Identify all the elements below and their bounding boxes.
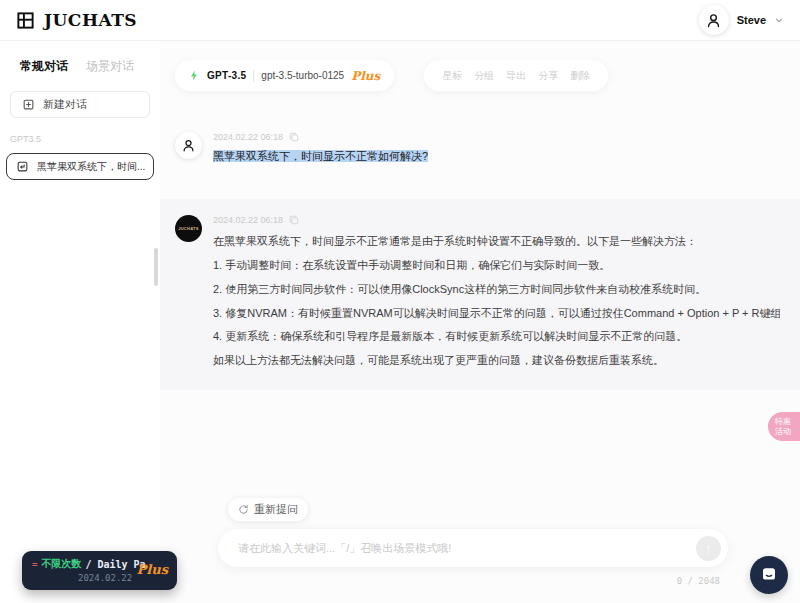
app-root: JUCHATS Steve 常规对话 场景对话: [0, 0, 800, 603]
message-input-bar: ↑: [218, 529, 728, 567]
assistant-message-text: 在黑苹果双系统下，时间显示不正常通常是由于系统时钟设置不正确导致的。以下是一些解…: [213, 234, 780, 368]
assistant-avatar-label: JUCHATS: [178, 226, 199, 231]
send-button[interactable]: ↑: [696, 536, 721, 561]
assistant-paragraph: 4. 更新系统：确保系统和引导程序是最新版本，有时候更新系统可以解决时间显示不正…: [213, 329, 780, 344]
model-variant: gpt-3.5-turbo-0125: [261, 70, 344, 81]
chat-bubble-icon: [16, 160, 29, 173]
user-message-avatar: [175, 132, 202, 159]
conversation-actions: 星标 分组 导出 分享 删除: [424, 60, 608, 91]
assistant-paragraph: 如果以上方法都无法解决问题，可能是系统出现了更严重的问题，建议备份数据后重装系统…: [213, 353, 780, 368]
promo-label: 特惠活动: [775, 417, 793, 437]
chat-item-title: 黑苹果双系统下，时间...: [37, 160, 145, 174]
message-input[interactable]: [238, 542, 696, 554]
user-name: Steve: [737, 14, 766, 26]
grid-logo-icon: [16, 11, 35, 30]
assistant-paragraph: 2. 使用第三方时间同步软件：可以使用像ClockSync这样的第三方时间同步软…: [213, 282, 780, 297]
support-chat-button[interactable]: [750, 556, 788, 594]
chat-widget-icon: [760, 566, 778, 584]
requery-label: 重新提问: [254, 502, 298, 517]
user-avatar[interactable]: [699, 5, 729, 35]
user-message-timestamp: 2024.02.22 06:18: [213, 132, 283, 142]
model-selector[interactable]: GPT-3.5 gpt-3.5-turbo-0125 Plus: [175, 60, 394, 91]
assistant-paragraph: 3. 修复NVRAM：有时候重置NVRAM可以解决时间显示不正常的问题，可以通过…: [213, 306, 780, 321]
plan-plus-badge: Plus: [137, 562, 168, 577]
plan-badge[interactable]: = 不限次数 / Daily Pa 2024.02.22 Plus: [22, 551, 177, 590]
promo-pill[interactable]: 特惠活动: [768, 412, 800, 441]
sidebar-tabs: 常规对话 场景对话: [0, 41, 160, 75]
chevron-down-icon[interactable]: [774, 15, 784, 25]
new-chat-button[interactable]: 新建对话: [10, 91, 150, 118]
main-area: GPT-3.5 gpt-3.5-turbo-0125 Plus 星标 分组 导出…: [160, 41, 800, 603]
char-count: 0 / 2048: [677, 576, 720, 586]
assistant-message: JUCHATS 2024.02.22 06:18 在黑苹果双系统下，时间显示不正…: [160, 199, 800, 390]
requery-button[interactable]: 重新提问: [228, 498, 308, 521]
unlimited-label: 不限次数: [41, 557, 81, 571]
copy-icon[interactable]: [289, 132, 299, 142]
lightning-icon: [189, 69, 200, 82]
assistant-paragraph: 1. 手动调整时间：在系统设置中手动调整时间和日期，确保它们与实际时间一致。: [213, 258, 780, 273]
new-chat-label: 新建对话: [43, 97, 87, 112]
copy-icon[interactable]: [289, 215, 299, 225]
person-icon: [705, 12, 722, 29]
group-action[interactable]: 分组: [474, 69, 494, 83]
star-action[interactable]: 星标: [442, 69, 462, 83]
chat-list-item[interactable]: 黑苹果双系统下，时间...: [6, 153, 154, 180]
delete-action[interactable]: 删除: [570, 69, 590, 83]
user-message: 2024.02.22 06:18 黑苹果双系统下，时间显示不正常如何解决?: [175, 132, 780, 164]
share-action[interactable]: 分享: [538, 69, 558, 83]
export-action[interactable]: 导出: [506, 69, 526, 83]
scrollbar-thumb[interactable]: [154, 248, 158, 286]
top-header: JUCHATS Steve: [0, 0, 800, 41]
user-message-text: 黑苹果双系统下，时间显示不正常如何解决?: [213, 149, 428, 164]
assistant-message-timestamp: 2024.02.22 06:18: [213, 215, 283, 225]
refresh-icon: [238, 504, 249, 515]
person-icon: [181, 138, 196, 153]
model-name: GPT-3.5: [207, 70, 246, 81]
brand-title: JUCHATS: [44, 10, 137, 30]
tab-scene-chat[interactable]: 场景对话: [86, 58, 134, 75]
new-chat-icon: [22, 98, 35, 111]
sidebar-section-label: GPT3.5: [10, 134, 160, 144]
sidebar: 常规对话 场景对话 新建对话 GPT3.5 黑苹果双系统: [0, 41, 160, 603]
tab-regular-chat[interactable]: 常规对话: [20, 58, 68, 75]
assistant-paragraph: 在黑苹果双系统下，时间显示不正常通常是由于系统时钟设置不正确导致的。以下是一些解…: [213, 234, 780, 249]
equals-icon: =: [32, 559, 37, 569]
conversation-toolbar: GPT-3.5 gpt-3.5-turbo-0125 Plus 星标 分组 导出…: [175, 60, 608, 91]
divider: [253, 70, 254, 82]
assistant-avatar: JUCHATS: [175, 215, 202, 242]
plus-badge: Plus: [351, 69, 380, 83]
brand[interactable]: JUCHATS: [16, 10, 137, 30]
